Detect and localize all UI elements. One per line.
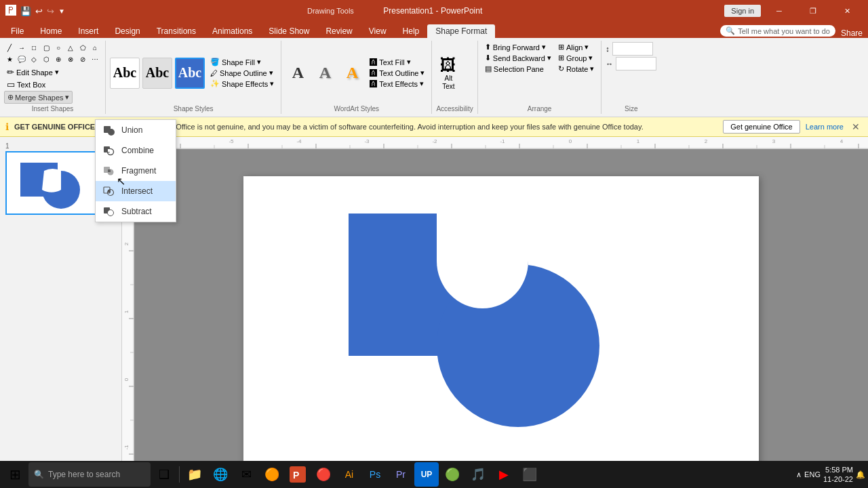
tab-file[interactable]: File bbox=[3, 24, 32, 38]
tab-animations[interactable]: Animations bbox=[204, 24, 260, 38]
shape-rect[interactable]: □ bbox=[28, 42, 39, 53]
width-input[interactable] bbox=[616, 57, 656, 70]
bring-forward-button[interactable]: ⬆ Bring Forward ▾ bbox=[482, 42, 554, 52]
tab-home[interactable]: Home bbox=[32, 24, 70, 38]
tab-shape-format[interactable]: Shape Format bbox=[427, 24, 495, 38]
shape-pentagon[interactable]: ⬠ bbox=[77, 42, 88, 53]
notif-close-button[interactable]: ✕ bbox=[849, 121, 863, 132]
start-button[interactable]: ⊞ bbox=[3, 462, 27, 487]
slide-canvas[interactable] bbox=[243, 176, 759, 468]
undo-icon[interactable]: ↩ bbox=[35, 6, 43, 16]
shape-fill-button[interactable]: 🪣 Shape Fill ▾ bbox=[208, 57, 277, 67]
shape-misc6[interactable]: ⋯ bbox=[90, 54, 100, 64]
edit-shape-icon: ✏ bbox=[7, 67, 14, 77]
taskbar-powerpoint[interactable]: P bbox=[285, 462, 310, 487]
taskbar-mail[interactable]: ✉ bbox=[234, 462, 258, 487]
search-button[interactable]: 🔍 Type here to search bbox=[28, 462, 151, 487]
taskbar-premiere[interactable]: Pr bbox=[389, 462, 413, 487]
shape-triangle[interactable]: △ bbox=[65, 42, 76, 53]
minimize-button[interactable]: ─ bbox=[764, 0, 795, 22]
taskbar-right: ∧ ENG 65% 5:58 PM 11-20-22 🔔 bbox=[796, 465, 865, 485]
taskbar-explorer[interactable]: 📁 bbox=[182, 462, 207, 487]
taskbar-expand-icon[interactable]: ∧ bbox=[796, 470, 802, 479]
app-icon[interactable]: 🅿 bbox=[5, 5, 16, 17]
save-icon[interactable]: 💾 bbox=[20, 6, 31, 16]
group-button[interactable]: ⊞ Group ▾ bbox=[555, 53, 597, 63]
tab-review[interactable]: Review bbox=[317, 24, 360, 38]
signin-button[interactable]: Sign in bbox=[724, 5, 761, 17]
taskbar-misc[interactable]: ⬛ bbox=[517, 462, 542, 487]
taskbar-youtube[interactable]: ▶ bbox=[492, 462, 516, 487]
shape-line[interactable]: ╱ bbox=[4, 42, 15, 53]
shape-misc3[interactable]: ⊕ bbox=[53, 54, 64, 64]
tab-help[interactable]: Help bbox=[395, 24, 428, 38]
taskbar-red[interactable]: 🔴 bbox=[311, 462, 336, 487]
learn-more-link[interactable]: Learn more bbox=[806, 123, 844, 131]
taskbar-up[interactable]: UP bbox=[414, 462, 439, 487]
shape-effects-label: Shape Effects bbox=[222, 80, 268, 88]
close-button[interactable]: ✕ bbox=[831, 0, 863, 22]
shape-star[interactable]: ★ bbox=[4, 54, 15, 64]
restore-button[interactable]: ❐ bbox=[797, 0, 829, 22]
selection-pane-button[interactable]: ▤ Selection Pane bbox=[482, 64, 554, 74]
shape-arrow[interactable]: → bbox=[16, 42, 27, 53]
taskbar-orange[interactable]: 🟠 bbox=[260, 462, 284, 487]
shape-outline-button[interactable]: 🖊 Shape Outline ▾ bbox=[208, 68, 277, 78]
share-button[interactable]: Share bbox=[841, 28, 863, 38]
alt-text-icon: 🖼 bbox=[440, 56, 456, 75]
shape-chevron[interactable]: ⌂ bbox=[90, 42, 100, 53]
tab-view[interactable]: View bbox=[361, 24, 395, 38]
taskbar-photoshop[interactable]: Ps bbox=[363, 462, 387, 487]
taskbar-green[interactable]: 🟢 bbox=[440, 462, 465, 487]
text-outline-button[interactable]: 🅰 Text Outline ▾ bbox=[367, 68, 427, 78]
text-effects-button[interactable]: 🅰 Text Effects ▾ bbox=[367, 79, 427, 89]
wordart-btn-3[interactable]: A bbox=[340, 61, 364, 85]
notifications-button[interactable]: 🔔 bbox=[856, 470, 865, 479]
taskbar-illustrator[interactable]: Ai bbox=[337, 462, 361, 487]
shape-misc4[interactable]: ⊗ bbox=[65, 54, 76, 64]
get-genuine-office-button[interactable]: Get genuine Office bbox=[723, 120, 800, 134]
tell-me-box[interactable]: 🔍 Tell me what you want to do bbox=[720, 25, 835, 37]
edit-shape-button[interactable]: ✏ Edit Shape ▾ bbox=[4, 66, 62, 78]
svg-text:-2: -2 bbox=[432, 138, 437, 144]
merge-shapes-button[interactable]: ⊕ Merge Shapes ▾ bbox=[4, 91, 73, 104]
customize-qat-icon[interactable]: ▼ bbox=[58, 7, 65, 15]
wordart-btn-2[interactable]: A bbox=[313, 61, 337, 85]
union-icon bbox=[102, 123, 116, 137]
alt-text-button[interactable]: 🖼 AltText bbox=[436, 54, 460, 93]
tab-transitions[interactable]: Transitions bbox=[149, 24, 204, 38]
redo-icon[interactable]: ↪ bbox=[47, 6, 54, 16]
send-backward-button[interactable]: ⬇ Send Backward ▾ bbox=[482, 53, 554, 63]
merge-menu-combine[interactable]: Combine bbox=[96, 140, 176, 161]
task-view-button[interactable]: ❑ bbox=[152, 462, 176, 487]
merge-menu-union[interactable]: Union bbox=[96, 120, 176, 140]
merge-menu-intersect[interactable]: Intersect bbox=[96, 181, 176, 201]
shape-effects-button[interactable]: ✨ Shape Effects ▾ bbox=[208, 79, 277, 89]
tab-insert[interactable]: Insert bbox=[70, 24, 106, 38]
abc-style-1[interactable]: Abc bbox=[110, 58, 140, 89]
merge-menu-subtract[interactable]: Subtract bbox=[96, 201, 176, 222]
merge-menu-fragment[interactable]: Fragment bbox=[96, 161, 176, 181]
shape-misc1[interactable]: ◇ bbox=[28, 54, 39, 64]
text-fill-button[interactable]: 🅰 Text Fill ▾ bbox=[367, 57, 427, 67]
taskbar-browser[interactable]: 🌐 bbox=[208, 462, 233, 487]
shape-oval[interactable]: ○ bbox=[53, 42, 64, 53]
shape-misc5[interactable]: ⊘ bbox=[77, 54, 88, 64]
slide-canvas-area[interactable] bbox=[134, 149, 868, 488]
subtract-icon bbox=[102, 205, 116, 218]
shape-misc2[interactable]: ⬡ bbox=[41, 54, 52, 64]
shape-rounded-rect[interactable]: ▢ bbox=[41, 42, 52, 53]
tab-design[interactable]: Design bbox=[106, 24, 148, 38]
shape-callout[interactable]: 💬 bbox=[16, 54, 27, 64]
arrange-label: Arrange bbox=[482, 104, 597, 114]
tab-slideshow[interactable]: Slide Show bbox=[260, 24, 317, 38]
taskbar-music[interactable]: 🎵 bbox=[466, 462, 490, 487]
text-box-button[interactable]: ▭ Text Box bbox=[4, 79, 48, 90]
ribbon-section-shape-styles: Abc Abc Abc 🪣 Shape Fill ▾ 🖊 Shape Outli… bbox=[106, 41, 281, 114]
height-input[interactable] bbox=[612, 42, 653, 56]
align-button[interactable]: ⊞ Align ▾ bbox=[555, 42, 597, 52]
rotate-button[interactable]: ↻ Rotate ▾ bbox=[555, 64, 597, 74]
wordart-btn-1[interactable]: A bbox=[285, 61, 310, 85]
abc-style-2[interactable]: Abc bbox=[142, 58, 172, 89]
abc-style-3[interactable]: Abc bbox=[175, 58, 205, 89]
